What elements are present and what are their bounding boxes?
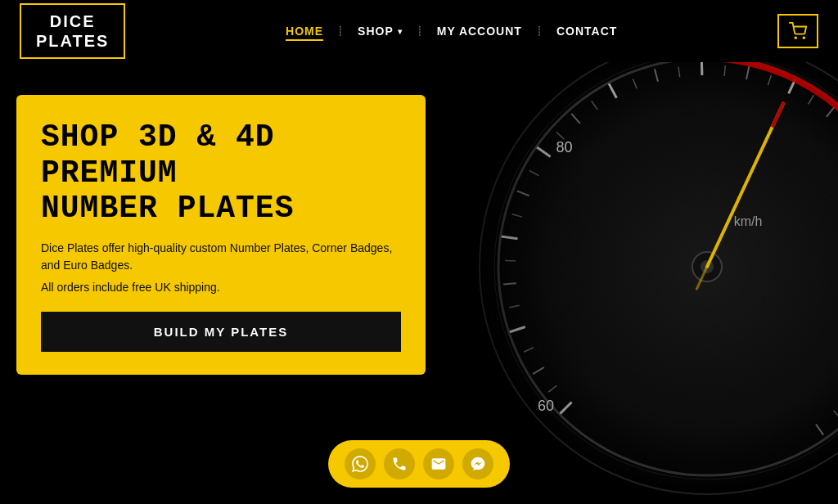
site-header: DICE PLATES HOME ⁞ SHOP ▾ ⁞ MY ACCOUNT ⁞…	[0, 0, 838, 62]
nav-shop[interactable]: SHOP ▾	[343, 25, 417, 38]
hero-subtitle: Dice Plates offer high-quality custom Nu…	[41, 240, 401, 274]
svg-text:80: 80	[556, 139, 572, 155]
svg-line-10	[503, 283, 516, 284]
email-icon	[430, 456, 447, 472]
shop-dropdown-arrow: ▾	[398, 27, 403, 36]
nav-home[interactable]: HOME	[271, 25, 338, 38]
hero-card: SHOP 3D & 4D PREMIUMNUMBER PLATES Dice P…	[16, 95, 426, 375]
svg-point-2	[478, 62, 838, 496]
cart-button[interactable]	[777, 14, 818, 48]
email-button[interactable]	[423, 448, 454, 479]
nav-my-account[interactable]: MY ACCOUNT	[422, 25, 537, 38]
svg-line-17	[701, 62, 702, 75]
whatsapp-icon	[352, 456, 368, 472]
logo[interactable]: DICE PLATES	[20, 3, 125, 59]
build-plates-button[interactable]: BUILD MY PLATES	[41, 312, 401, 352]
phone-icon	[391, 456, 408, 472]
messenger-icon	[470, 456, 486, 472]
cart-icon	[789, 22, 807, 40]
messenger-button[interactable]	[462, 448, 493, 479]
svg-point-0	[795, 37, 796, 38]
hero-title: SHOP 3D & 4D PREMIUMNUMBER PLATES	[41, 119, 401, 227]
svg-text:km/h: km/h	[734, 214, 763, 228]
logo-text: DICE PLATES	[36, 11, 109, 51]
svg-point-1	[803, 37, 804, 38]
whatsapp-button[interactable]	[345, 448, 376, 479]
phone-button[interactable]	[384, 448, 415, 479]
hero-shipping: All orders include free UK shipping.	[41, 281, 401, 294]
main-nav: HOME ⁞ SHOP ▾ ⁞ MY ACCOUNT ⁞ CONTACT	[271, 22, 632, 40]
social-bar	[328, 440, 510, 488]
hero-section: 0 20 40 60 80 100 120 140 160 180 km/h	[0, 62, 838, 504]
nav-contact[interactable]: CONTACT	[542, 25, 632, 38]
svg-text:60: 60	[538, 398, 554, 414]
